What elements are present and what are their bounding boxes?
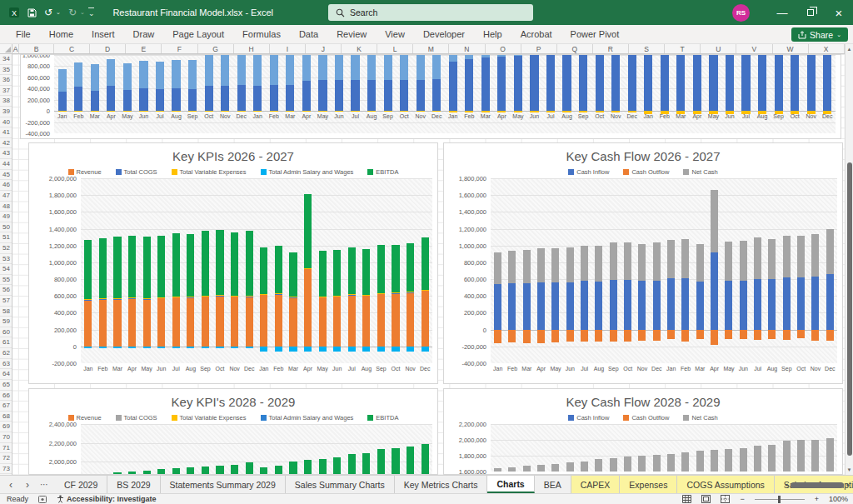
row-header-68[interactable]: 68 (0, 412, 12, 422)
column-header-a[interactable]: A (12, 44, 19, 53)
sheet-tab-key-metrics-charts[interactable]: Key Metrics Charts (395, 476, 488, 493)
scroll-down-icon[interactable]: ▼ (846, 467, 853, 472)
row-header-46[interactable]: 46 (0, 180, 12, 191)
undo-icon[interactable]: ↺ (44, 7, 52, 17)
chart-monthly-cash-partial[interactable]: 1,000,000800,000600,000400,000200,0000-2… (20, 54, 841, 139)
sheet-nav-prev-icon[interactable]: ‹ (3, 479, 18, 491)
row-header-43[interactable]: 43 (0, 148, 12, 159)
column-header-j[interactable]: J (306, 44, 342, 53)
sheet-tab-cf-2029[interactable]: CF 2029 (55, 476, 107, 493)
row-header-71[interactable]: 71 (0, 443, 12, 454)
ribbon-tab-file[interactable]: File (7, 25, 40, 43)
column-header-q[interactable]: Q (557, 44, 593, 53)
search-box[interactable]: Search (328, 4, 533, 21)
column-header-k[interactable]: K (342, 44, 377, 53)
row-header-49[interactable]: 49 (0, 212, 12, 222)
ribbon-tab-page-layout[interactable]: Page Layout (163, 25, 233, 43)
undo-dropdown-icon[interactable]: ⌄ (56, 9, 61, 16)
select-all-corner[interactable] (0, 44, 12, 53)
share-button[interactable]: Share⌄ (791, 27, 848, 42)
row-header-44[interactable]: 44 (0, 159, 12, 170)
row-header-50[interactable]: 50 (0, 222, 12, 233)
sheet-tab-charts[interactable]: Charts (487, 476, 534, 493)
row-header-37[interactable]: 37 (0, 86, 12, 97)
zoom-slider[interactable] (755, 499, 805, 500)
row-header-38[interactable]: 38 (0, 96, 12, 107)
row-header-41[interactable]: 41 (0, 127, 12, 138)
row-header-39[interactable]: 39 (0, 107, 12, 117)
column-header-u[interactable]: U (701, 44, 736, 53)
save-icon[interactable] (27, 8, 37, 17)
normal-view-icon[interactable] (682, 495, 691, 503)
sheet-tab-statements-summary-2029[interactable]: Statements Summary 2029 (161, 476, 286, 493)
scroll-up-icon[interactable]: ▲ (846, 47, 853, 52)
ribbon-tab-review[interactable]: Review (327, 25, 376, 43)
column-header-c[interactable]: C (54, 44, 90, 53)
restore-button[interactable] (796, 0, 825, 25)
column-header-f[interactable]: F (162, 44, 197, 53)
hscroll-right-icon[interactable]: ▸ (846, 482, 850, 488)
ribbon-tab-formulas[interactable]: Formulas (233, 25, 290, 43)
row-header-36[interactable]: 36 (0, 75, 12, 86)
row-header-54[interactable]: 54 (0, 264, 12, 275)
column-header-x[interactable]: X (809, 44, 845, 53)
column-header-p[interactable]: P (521, 44, 557, 53)
ribbon-tab-help[interactable]: Help (474, 25, 511, 43)
ribbon-tab-view[interactable]: View (376, 25, 414, 43)
row-header-66[interactable]: 66 (0, 391, 12, 402)
column-header-s[interactable]: S (629, 44, 665, 53)
sheet-tab-capex[interactable]: CAPEX (571, 476, 621, 493)
ribbon-tab-acrobat[interactable]: Acrobat (511, 25, 561, 43)
row-header-67[interactable]: 67 (0, 401, 12, 412)
row-header-59[interactable]: 59 (0, 317, 12, 327)
sheet-nav-more-icon[interactable]: ⋯ (37, 480, 52, 489)
page-break-view-icon[interactable] (721, 495, 730, 503)
chart-key-kpis-2026-2027[interactable]: Key KPIs 2026 - 2027RevenueTotal COGSTot… (28, 142, 438, 384)
hscroll-left-icon[interactable]: ◂ (785, 482, 788, 488)
macro-record-icon[interactable] (38, 496, 47, 503)
row-header-69[interactable]: 69 (0, 422, 12, 432)
row-header-51[interactable]: 51 (0, 232, 12, 243)
column-header-i[interactable]: I (270, 44, 306, 53)
chart-key-cash-flow-2026-2027[interactable]: Key Cash Flow 2026 - 2027Cash InflowCash… (443, 142, 843, 384)
row-header-56[interactable]: 56 (0, 285, 12, 296)
page-layout-view-icon[interactable] (701, 495, 711, 503)
ribbon-tab-power-pivot[interactable]: Power Pivot (561, 25, 629, 43)
row-header-65[interactable]: 65 (0, 380, 12, 391)
row-header-73[interactable]: 73 (0, 464, 12, 475)
sheet-tab-cogs-assumptions[interactable]: COGS Assumptions (677, 476, 774, 493)
customize-toolbar-icon[interactable]: ⌄ (88, 7, 95, 17)
row-header-45[interactable]: 45 (0, 170, 12, 181)
row-header-60[interactable]: 60 (0, 327, 12, 338)
chart-key-kpis-2028-2029[interactable]: Key KPI's 2028 - 2029RevenueTotal COGSTo… (28, 388, 438, 475)
column-header-v[interactable]: V (736, 44, 772, 53)
sheet-nav-next-icon[interactable]: › (20, 479, 35, 491)
zoom-in-button[interactable]: + (815, 495, 819, 503)
column-header-e[interactable]: E (126, 44, 162, 53)
ribbon-tab-insert[interactable]: Insert (82, 25, 124, 43)
horizontal-scroll-thumb[interactable] (791, 482, 845, 488)
sheet-tab-bs-2029[interactable]: BS 2029 (107, 476, 160, 493)
row-header-62[interactable]: 62 (0, 348, 12, 359)
row-header-48[interactable]: 48 (0, 202, 12, 212)
row-header-42[interactable]: 42 (0, 138, 12, 149)
zoom-level[interactable]: 100% (829, 495, 848, 503)
column-header-t[interactable]: T (665, 44, 701, 53)
row-header-40[interactable]: 40 (0, 117, 12, 128)
accessibility-status[interactable]: Accessibility: Investigate (67, 495, 157, 503)
column-header-d[interactable]: D (90, 44, 126, 53)
excel-app-icon[interactable]: X (8, 7, 20, 18)
row-header-47[interactable]: 47 (0, 191, 12, 202)
sheet-tab-bea[interactable]: BEA (535, 476, 571, 493)
column-header-b[interactable]: B (19, 44, 54, 53)
ribbon-tab-home[interactable]: Home (40, 25, 82, 43)
row-header-55[interactable]: 55 (0, 275, 12, 286)
zoom-slider-thumb[interactable] (778, 496, 781, 503)
close-button[interactable]: × (825, 0, 853, 25)
sheet-tab-expenses[interactable]: Expenses (620, 476, 677, 493)
row-header-61[interactable]: 61 (0, 337, 12, 348)
column-header-o[interactable]: O (486, 44, 521, 53)
horizontal-scrollbar[interactable]: ◂ ▸ (785, 479, 850, 491)
row-header-35[interactable]: 35 (0, 65, 12, 76)
sheet-tab-sales-summary-charts[interactable]: Sales Summary Charts (286, 476, 395, 493)
